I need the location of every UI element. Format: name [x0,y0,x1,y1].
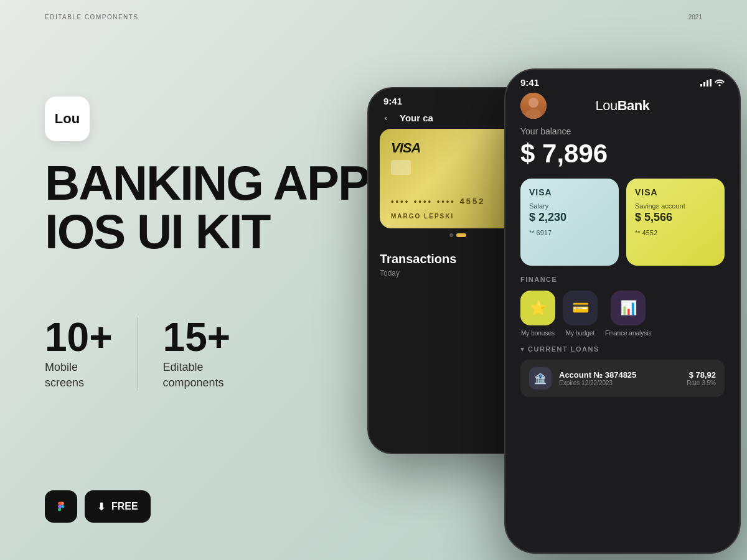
card-holder: MARGO LEPSKI [391,213,454,220]
avatar-face [520,93,547,119]
front-phone: 9:41 LouBank Your bal [504,68,741,554]
dot-2-active [456,233,466,237]
free-label: FREE [111,501,138,512]
stat-mobile-screens: 10+ Mobile screens [45,317,138,391]
free-download-button[interactable]: ⬇ FREE [85,490,151,523]
main-heading: BANKING APP IOS UI KIT [45,159,369,256]
bonuses-label: My bonuses [521,329,555,337]
front-header: LouBank [505,88,740,126]
stat-number-1: 10+ [45,317,113,357]
svg-rect-5 [700,84,702,86]
card-number: •••• •••• •••• 4552 [391,197,485,206]
download-icon: ⬇ [97,501,105,513]
logo-text: Lou [55,111,80,127]
stat-number-2: 15+ [163,317,231,357]
finance-item-budget[interactable]: 💳 My budget [563,291,598,337]
status-icons-front [700,79,725,86]
svg-rect-6 [703,82,705,86]
year-label: 2021 [688,14,702,21]
loan-icon: 🏦 [529,367,552,390]
bottom-buttons: ⬇ FREE [45,490,151,523]
card-0-amount: $ 2,230 [529,211,610,224]
app-logo: Lou [45,96,90,141]
loan-account: Account № 3874825 [559,370,679,380]
budget-icon: 💳 [572,300,589,316]
loan-card-icon: 🏦 [534,373,547,385]
finance-item-analysis[interactable]: 📊 Finance analysis [605,291,651,337]
star-icon: ⭐ [530,300,547,316]
figma-button[interactable] [45,490,77,523]
budget-label: My budget [566,329,595,337]
stat-label-1: Mobile screens [45,360,113,391]
card-1-amount: $ 5,566 [635,211,716,224]
bank-name: LouBank [595,98,649,114]
finance-item-bonuses[interactable]: ⭐ My bonuses [520,291,555,337]
analysis-icon-btn[interactable]: 📊 [611,291,646,325]
analysis-icon: 📊 [620,300,637,316]
avatar[interactable] [520,93,547,119]
loan-item[interactable]: 🏦 Account № 3874825 Expires 12/22/2023 $… [520,360,725,397]
card-1-type: Savings account [635,202,716,210]
stats-row: 10+ Mobile screens 15+ Editable componen… [45,317,255,391]
loans-header: ▾ CURRENT LOANS [520,345,725,353]
card-1-number: ** 4552 [635,229,716,236]
svg-rect-8 [710,79,712,86]
card-salary[interactable]: VISA Salary $ 2,230 ** 6917 [520,179,619,266]
heading-line2: IOS UI KIT [45,204,270,259]
loan-info: Account № 3874825 Expires 12/22/2023 [559,370,679,386]
editable-components-label: EDITABLE COMPONENTS [45,14,139,21]
card-savings[interactable]: VISA Savings account $ 5,566 ** 4552 [626,179,725,266]
balance-section: Your balance $ 7,896 [505,126,740,179]
status-time-front: 9:41 [520,77,539,88]
cards-row: VISA Salary $ 2,230 ** 6917 VISA Savings… [505,179,740,276]
finance-section: FINANCE ⭐ My bonuses 💳 My budget 📊 [505,276,740,345]
phone-notch [430,88,486,102]
stat-label-2: Editable components [163,360,231,391]
status-time-back: 9:41 [383,96,402,106]
loans-section: ▾ CURRENT LOANS 🏦 Account № 3874825 Expi… [505,345,740,397]
finance-title: FINANCE [520,276,725,283]
loan-expires: Expires 12/22/2023 [559,380,679,386]
loan-amount-col: $ 78,92 Rate 3.5% [687,370,716,386]
balance-amount: $ 7,896 [520,139,725,169]
bank-name-light: Lou [595,98,617,113]
front-phone-content: 9:41 LouBank Your bal [505,70,740,553]
loan-amount: $ 78,92 [687,370,716,380]
dot-1 [449,233,453,237]
card-0-type: Salary [529,202,610,210]
front-phone-notch [585,70,660,87]
back-header-label: Your ca [400,113,433,123]
finance-icons-row: ⭐ My bonuses 💳 My budget 📊 Finance analy… [520,291,725,337]
svg-point-10 [529,98,538,108]
card-chip [391,160,411,175]
analysis-label: Finance analysis [605,329,651,337]
svg-point-9 [718,84,720,86]
svg-point-11 [525,109,542,119]
loan-rate: Rate 3.5% [687,380,716,386]
card-0-brand: VISA [529,187,610,197]
budget-icon-btn[interactable]: 💳 [563,291,598,325]
bonuses-icon-btn[interactable]: ⭐ [520,291,555,325]
stat-editable-components: 15+ Editable components [138,317,256,391]
bank-name-bold: Bank [618,98,650,113]
card-1-brand: VISA [635,187,716,197]
loans-chevron-icon: ▾ [520,345,524,353]
back-chevron-icon[interactable]: ‹ [380,111,392,124]
heading-line1: BANKING APP [45,156,369,210]
card-0-number: ** 6917 [529,229,610,236]
balance-label: Your balance [520,126,725,136]
loans-title: CURRENT LOANS [528,345,599,353]
svg-rect-7 [707,80,708,86]
